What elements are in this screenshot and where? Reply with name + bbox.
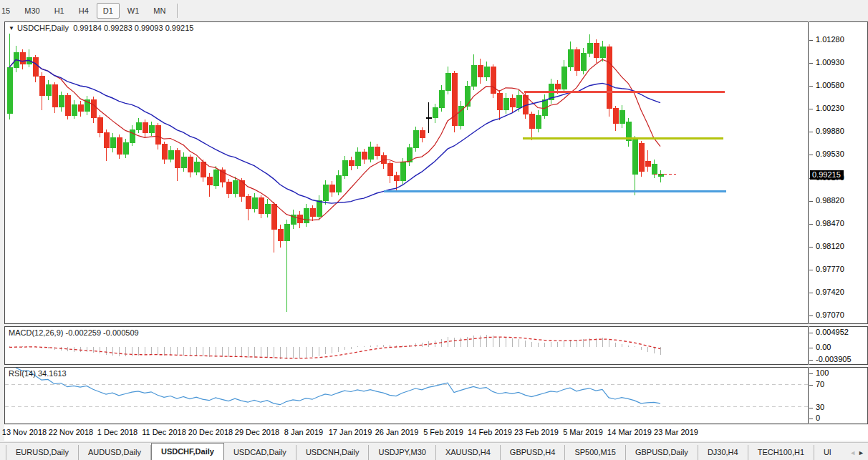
rsi-value: 34.1613 <box>38 369 67 378</box>
toolbar-separator <box>177 4 178 18</box>
timeframe-button-H4[interactable]: H4 <box>72 3 95 19</box>
axis-tick-mark <box>809 373 813 374</box>
tab-dj30-h4[interactable]: DJ30,H4 <box>698 445 748 460</box>
price-tick-label: 0.99530 <box>816 150 844 158</box>
candle-body <box>568 49 573 67</box>
tab-tech100-h1[interactable]: TECH100,H1 <box>748 445 814 460</box>
candle-body <box>581 54 586 71</box>
macd-panel[interactable]: MACD(12,26,9) -0.002259 -0.000509 <box>4 326 809 365</box>
candle-body <box>426 118 431 119</box>
price-tick-label: 0.98820 <box>816 196 844 205</box>
price-tick-label: 0.98120 <box>816 242 844 250</box>
candle-body <box>561 67 566 89</box>
tab-usdcad-daily[interactable]: USDCAD,Daily <box>224 445 296 460</box>
rsi-tick-label: 0 <box>816 413 820 422</box>
tab-gbpusd-daily[interactable]: GBPUSD,Daily <box>626 445 698 460</box>
axis-tick-mark <box>809 408 813 408</box>
candle-body <box>123 142 128 155</box>
tab-gbpusd-h4[interactable]: GBPUSD,H4 <box>501 445 566 460</box>
macd-signal-line <box>9 337 660 358</box>
price-tick-label: 0.97070 <box>816 310 844 319</box>
candle-body <box>420 131 425 137</box>
candle-body <box>252 197 257 208</box>
candle-body <box>510 98 515 107</box>
candle-body <box>394 175 399 180</box>
timeframe-button-MN[interactable]: MN <box>147 3 172 19</box>
candle-body <box>104 133 109 148</box>
candle-body <box>271 205 276 230</box>
axis-tick-mark <box>809 63 813 64</box>
candle-body <box>91 99 96 118</box>
candle-body <box>587 43 592 54</box>
candle-body <box>59 96 64 107</box>
date-axis[interactable]: 13 Nov 201822 Nov 20181 Dec 201811 Dec 2… <box>4 425 868 441</box>
candle-body <box>323 185 328 200</box>
macd-axis[interactable]: 0.0049520.00-0.003905 <box>809 326 868 365</box>
candle-body <box>136 123 141 129</box>
candle-body <box>110 137 115 148</box>
candle-body <box>413 131 418 148</box>
tab-usdchf-daily[interactable]: USDCHF,Daily <box>151 443 224 460</box>
tab-xauusd-h4[interactable]: XAUUSD,H4 <box>436 445 501 460</box>
axis-tick-mark <box>809 385 813 386</box>
candle-body <box>433 107 438 118</box>
candle-body <box>117 137 122 155</box>
candlestick-chart[interactable] <box>5 22 808 323</box>
candle-body <box>445 73 450 90</box>
candle-body <box>175 150 180 167</box>
rsi-axis[interactable]: 10070300 <box>809 367 868 424</box>
candle-body <box>46 85 51 96</box>
candle-body <box>284 225 289 241</box>
rsi-chart[interactable] <box>5 368 808 424</box>
axis-tick-mark <box>809 155 813 155</box>
candle-body <box>439 90 444 107</box>
candle-body <box>362 152 367 159</box>
price-axis[interactable]: 1.012801.009301.005801.002300.998800.995… <box>809 21 868 324</box>
candle-body <box>497 94 502 110</box>
timeframe-button-M30[interactable]: M30 <box>18 3 46 19</box>
tab-scroll-right-icon[interactable]: ► <box>858 449 867 456</box>
candle-body <box>349 160 354 165</box>
candle-body <box>97 118 102 133</box>
chart-title: ▼USDCHF,Daily 0.99184 0.99283 0.99093 0.… <box>9 24 193 32</box>
tab-eurusd-daily[interactable]: EURUSD,Daily <box>6 445 79 460</box>
candle-body <box>207 177 212 185</box>
candle-body <box>278 229 283 241</box>
tab-ul[interactable]: Ul <box>814 445 834 460</box>
main-chart-panel[interactable]: ▼USDCHF,Daily 0.99184 0.99283 0.99093 0.… <box>4 21 809 324</box>
candle-body <box>39 76 44 96</box>
candle-body <box>536 115 541 128</box>
candle-body <box>491 67 496 94</box>
axis-tick-mark <box>809 360 813 361</box>
current-price-badge: 0.99215 <box>810 170 844 180</box>
timeframe-button-D1[interactable]: D1 <box>97 3 120 19</box>
axis-tick-mark <box>809 224 813 225</box>
tab-scroll-left-icon[interactable]: ◄ <box>849 449 858 456</box>
timeframe-button-W1[interactable]: W1 <box>121 3 146 19</box>
candle-body <box>168 150 173 159</box>
candle-body <box>555 84 560 89</box>
price-tick-label: 1.00230 <box>816 104 844 112</box>
candle-body <box>233 181 238 194</box>
symbol-dropdown-icon[interactable]: ▼ <box>9 25 14 31</box>
timeframe-button-H1[interactable]: H1 <box>48 3 71 19</box>
candle-body <box>400 162 405 181</box>
candle-body <box>188 157 193 172</box>
candle-body <box>130 129 135 142</box>
candle-body <box>194 162 199 172</box>
timeframe-button-15[interactable]: 15 <box>0 3 16 19</box>
candle-body <box>7 67 12 113</box>
timeframe-toolbar: 15M30H1H4D1W1MN <box>0 0 868 21</box>
axis-tick-mark <box>809 293 813 293</box>
axis-tick-mark <box>809 40 813 41</box>
candle-body <box>503 98 508 110</box>
tab-audusd-daily[interactable]: AUDUSD,Daily <box>79 445 151 460</box>
rsi-panel[interactable]: RSI(14) 34.1613 <box>4 367 809 424</box>
candle-body <box>143 123 148 133</box>
price-tick-label: 0.97770 <box>816 265 844 273</box>
tab-usdjpy-m30[interactable]: USDJPY,M30 <box>369 445 435 460</box>
candle-body <box>201 162 206 177</box>
tab-usdcnh-daily[interactable]: USDCNH,Daily <box>296 445 370 460</box>
tab-sp500-m15[interactable]: SP500,M15 <box>565 445 625 460</box>
price-tick-label: 1.00580 <box>816 81 844 89</box>
